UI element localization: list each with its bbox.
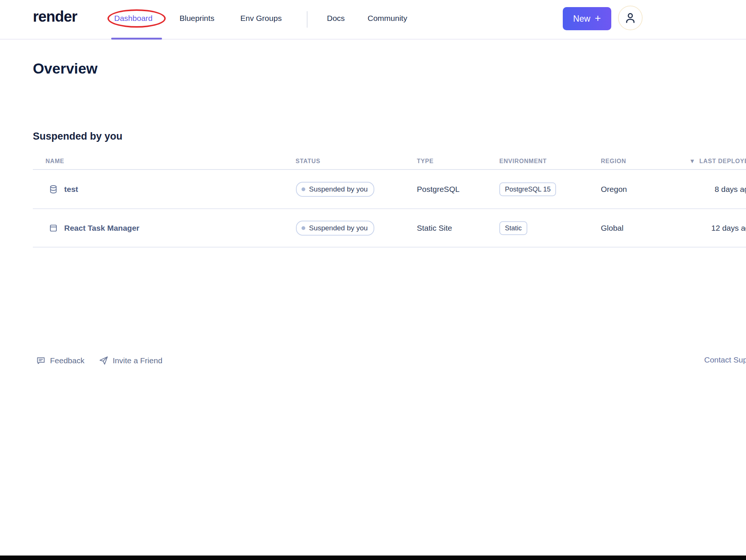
nav-item-blueprints[interactable]: Blueprints <box>180 14 214 23</box>
table-row[interactable]: React Task Manager Suspended by you Stat… <box>33 209 746 248</box>
nav-divider <box>307 11 308 28</box>
environment-badge: PostgreSQL 15 <box>499 182 556 196</box>
environment-badge: Static <box>499 221 527 235</box>
nav-item-community[interactable]: Community <box>368 14 407 23</box>
person-icon <box>623 11 637 25</box>
page-title: Overview <box>33 60 97 77</box>
nav-item-docs[interactable]: Docs <box>327 14 345 23</box>
contact-support-label: Contact Support <box>704 355 746 364</box>
region-cell: Global <box>601 224 624 233</box>
region-cell: Oregon <box>601 185 627 194</box>
status-dot-icon <box>302 187 305 191</box>
type-cell: PostgreSQL <box>417 185 459 194</box>
status-cell: Suspended by you <box>296 182 374 197</box>
table-row[interactable]: test Suspended by you PostgreSQL Postgre… <box>33 170 746 209</box>
column-header-type[interactable]: TYPE <box>417 158 434 165</box>
column-header-status[interactable]: STATUS <box>296 158 320 165</box>
status-label: Suspended by you <box>309 224 368 232</box>
type-cell: Static Site <box>417 224 452 233</box>
nav-item-env-groups[interactable]: Env Groups <box>240 14 282 23</box>
feedback-link[interactable]: Feedback <box>36 355 84 365</box>
column-header-last-deployed[interactable]: LAST DEPLOYED <box>699 158 746 165</box>
sort-descending-icon[interactable]: ▼ <box>689 158 696 165</box>
feedback-label: Feedback <box>50 356 84 365</box>
column-header-region[interactable]: REGION <box>601 158 626 165</box>
column-header-name[interactable]: NAME <box>46 158 64 165</box>
contact-support-link[interactable]: Contact Support <box>704 355 746 364</box>
paper-plane-icon <box>99 355 109 365</box>
render-logo[interactable]: render <box>33 8 77 25</box>
plus-icon: + <box>595 13 601 24</box>
column-header-environment[interactable]: ENVIRONMENT <box>499 158 547 165</box>
environment-cell: Static <box>499 221 527 235</box>
user-avatar[interactable] <box>618 6 643 30</box>
service-name-link[interactable]: React Task Manager <box>64 224 140 233</box>
feedback-icon <box>36 355 46 365</box>
new-button[interactable]: New + <box>563 7 611 30</box>
static-site-icon <box>49 223 58 233</box>
bottom-bar <box>0 556 746 560</box>
environment-cell: PostgreSQL 15 <box>499 182 556 196</box>
status-cell: Suspended by you <box>296 221 374 236</box>
status-dot-icon <box>302 226 305 230</box>
last-deployed-cell: 8 days ago <box>715 185 746 194</box>
active-tab-underline <box>111 38 162 40</box>
status-badge: Suspended by you <box>296 182 374 197</box>
last-deployed-cell: 12 days ago <box>711 224 746 233</box>
table-header: NAME STATUS TYPE ENVIRONMENT REGION ▼ LA… <box>33 154 746 170</box>
status-label: Suspended by you <box>309 185 368 193</box>
nav-item-dashboard[interactable]: Dashboard <box>114 14 153 23</box>
section-heading-suspended: Suspended by you <box>33 131 122 142</box>
status-badge: Suspended by you <box>296 221 374 236</box>
invite-a-friend-link[interactable]: Invite a Friend <box>99 355 162 365</box>
new-button-label: New <box>573 14 590 24</box>
top-navigation: render Dashboard Blueprints Env Groups D… <box>0 0 746 40</box>
invite-label: Invite a Friend <box>113 356 162 365</box>
database-icon <box>49 184 58 194</box>
service-name-link[interactable]: test <box>64 185 78 194</box>
